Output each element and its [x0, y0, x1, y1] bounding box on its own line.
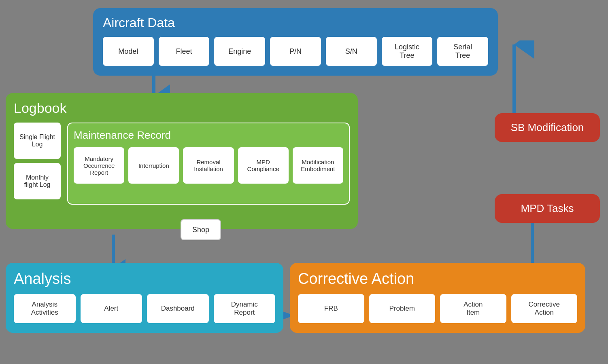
- mpd-compliance-card[interactable]: MPDCompliance: [238, 147, 289, 184]
- sb-modification-title: SB Modification: [501, 121, 593, 134]
- aircraft-data-title: Aircraft Data: [103, 15, 488, 30]
- dynamic-report-card[interactable]: DynamicReport: [214, 294, 276, 323]
- mandatory-occurrence-report-card[interactable]: MandatoryOccurrenceReport: [74, 147, 124, 184]
- aircraft-data-box: Aircraft Data Model Fleet Engine P/N S/N…: [93, 8, 498, 76]
- dashboard-card[interactable]: Dashboard: [147, 294, 209, 323]
- logistic-tree-card[interactable]: LogisticTree: [382, 37, 433, 66]
- shop-card[interactable]: Shop: [181, 219, 221, 240]
- engine-card[interactable]: Engine: [214, 37, 265, 66]
- pn-card[interactable]: P/N: [270, 37, 321, 66]
- mpd-tasks-title: MPD Tasks: [501, 202, 593, 215]
- single-flight-log-card[interactable]: Single FlightLog: [14, 123, 61, 159]
- action-item-card[interactable]: ActionItem: [440, 294, 506, 323]
- frb-card[interactable]: FRB: [298, 294, 364, 323]
- maintenance-cards-row: MandatoryOccurrenceReport Interruption R…: [74, 147, 343, 184]
- diagram-container: Aircraft Data Model Fleet Engine P/N S/N…: [0, 0, 608, 364]
- monthly-flight-log-card[interactable]: Monthlyflight Log: [14, 163, 61, 199]
- fleet-card[interactable]: Fleet: [159, 37, 210, 66]
- maintenance-record-title: Maintenance Record: [74, 129, 343, 142]
- removal-installation-card[interactable]: RemovalInstallation: [183, 147, 234, 184]
- interruption-card[interactable]: Interruption: [128, 147, 179, 184]
- logbook-title: Logbook: [14, 100, 350, 116]
- mpd-tasks-box: MPD Tasks: [495, 194, 600, 223]
- analysis-title: Analysis: [14, 270, 275, 288]
- corrective-action-box: Corrective Action FRB Problem ActionItem…: [290, 263, 585, 333]
- logbook-box: Logbook Single FlightLog Monthlyflight L…: [6, 93, 358, 229]
- sb-modification-box: SB Modification: [495, 113, 600, 142]
- serial-tree-card[interactable]: SerialTree: [437, 37, 488, 66]
- logbook-inner: Single FlightLog Monthlyflight Log Maint…: [14, 123, 350, 205]
- corrective-action-cards: FRB Problem ActionItem CorrectiveAction: [298, 294, 577, 323]
- corrective-action-card[interactable]: CorrectiveAction: [511, 294, 578, 323]
- modification-embodiment-card[interactable]: ModificationEmbodiment: [293, 147, 343, 184]
- maintenance-record-box: Maintenance Record MandatoryOccurrenceRe…: [67, 123, 350, 205]
- sn-card[interactable]: S/N: [326, 37, 377, 66]
- corrective-action-title: Corrective Action: [298, 270, 577, 288]
- shop-card-wrapper: Shop: [181, 219, 221, 240]
- analysis-box: Analysis AnalysisActivities Alert Dashbo…: [6, 263, 283, 333]
- analysis-activities-card[interactable]: AnalysisActivities: [14, 294, 76, 323]
- logbook-left-cards: Single FlightLog Monthlyflight Log: [14, 123, 61, 199]
- problem-card[interactable]: Problem: [369, 294, 436, 323]
- alert-card[interactable]: Alert: [81, 294, 142, 323]
- aircraft-data-cards: Model Fleet Engine P/N S/N LogisticTree …: [103, 37, 488, 66]
- model-card[interactable]: Model: [103, 37, 154, 66]
- analysis-cards: AnalysisActivities Alert Dashboard Dynam…: [14, 294, 275, 323]
